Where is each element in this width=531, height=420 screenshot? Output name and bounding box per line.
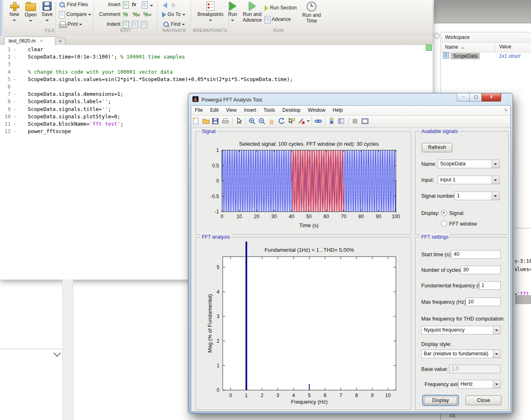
colorbar-icon[interactable]	[351, 117, 360, 125]
fundamental-field[interactable]: 1	[479, 281, 501, 290]
workspace-col-name[interactable]: Name	[441, 44, 458, 50]
goto-button[interactable]: Go To	[162, 11, 185, 18]
save-icon[interactable]	[211, 117, 220, 125]
editor-tab-bar: test_0620.m × +	[0, 36, 433, 45]
uncomment-button[interactable]: %x	[133, 11, 140, 18]
print-icon[interactable]	[221, 117, 230, 125]
new-button[interactable]: New	[5, 2, 23, 23]
print-button[interactable]: Print	[59, 20, 82, 28]
menu-insert[interactable]: Insert	[240, 106, 260, 115]
chevron-down-icon[interactable]	[492, 160, 499, 168]
forward-button[interactable]	[172, 1, 176, 9]
chevron-down-icon[interactable]	[307, 120, 310, 122]
indent-right-button[interactable]	[132, 20, 138, 28]
link-plots-icon[interactable]	[314, 117, 323, 125]
chevron-down-icon[interactable]	[493, 380, 500, 388]
start-time-field[interactable]: 40	[451, 250, 501, 259]
find-button[interactable]: Find	[163, 20, 185, 28]
max-frequency-field[interactable]: 10	[465, 298, 501, 306]
breakpoints-button[interactable]: Breakpoints	[194, 2, 227, 23]
restore-button[interactable]: ▢	[469, 93, 482, 102]
insert-section-button[interactable]	[123, 1, 129, 8]
open-folder-icon[interactable]	[201, 117, 210, 125]
wrap-comment-button[interactable]: %↵	[143, 11, 152, 18]
name-combo[interactable]: ScopeData	[438, 160, 499, 168]
panel-splitter[interactable]	[62, 280, 73, 420]
menu-file[interactable]: File	[191, 106, 206, 115]
brush-icon[interactable]	[297, 117, 306, 125]
menu-desktop[interactable]: Desktop	[279, 106, 304, 115]
save-button[interactable]: Save	[38, 2, 56, 23]
find-files-button[interactable]: Find Files	[59, 1, 88, 8]
colormap-icon[interactable]	[328, 117, 337, 125]
legend-icon[interactable]	[361, 117, 370, 125]
close-button[interactable]: x	[481, 93, 501, 102]
pan-hand-icon[interactable]	[268, 117, 277, 125]
run-and-time-button[interactable]: Run and Time	[301, 2, 322, 24]
open-button[interactable]: Open	[22, 2, 40, 23]
code-line[interactable]: 4% change this code with your 100001 vec…	[0, 68, 433, 76]
workspace-row[interactable]: ScopeData1x1 struct	[441, 52, 531, 60]
fft-window-radio[interactable]	[441, 221, 447, 227]
code-line[interactable]: 5-ScopeData.signals.values=sin(2*pi*1.*S…	[0, 76, 433, 83]
thd-frequency-combo[interactable]: Nyquist frequency	[421, 326, 501, 334]
variable-value: 1x1 struct	[499, 52, 520, 60]
plot-browser-icon[interactable]	[337, 117, 346, 125]
signal-radio[interactable]	[441, 210, 447, 216]
frequency-axis-combo[interactable]: Hertz	[458, 380, 501, 388]
back-button[interactable]	[163, 1, 167, 9]
code-line[interactable]: 3	[0, 61, 433, 68]
new-file-icon[interactable]	[192, 117, 201, 125]
column-divider[interactable]	[495, 42, 495, 52]
tab-test-0620[interactable]: test_0620.m ×	[4, 36, 59, 45]
insert-menu[interactable]	[150, 2, 153, 9]
data-cursor-icon[interactable]	[287, 117, 296, 125]
minimize-button[interactable]: ─	[457, 93, 470, 102]
zoom-out-icon[interactable]	[258, 117, 267, 125]
workspace-dock-icon[interactable]	[434, 33, 440, 39]
insert-function-button[interactable]: fx	[132, 1, 136, 8]
display-button[interactable]: Display	[423, 395, 458, 405]
advance-button[interactable]: Advance	[264, 16, 291, 23]
indent-left-button[interactable]	[141, 20, 147, 28]
display-style-combo[interactable]: Bar (relative to fundamental)	[421, 350, 501, 358]
chevron-down-icon[interactable]	[492, 176, 499, 184]
find-files-icon	[59, 2, 66, 8]
chevron-down-icon[interactable]	[493, 326, 500, 334]
run-and-time-icon	[307, 2, 316, 11]
chevron-down-icon[interactable]	[492, 192, 499, 200]
compare-button[interactable]: Compare	[59, 11, 91, 18]
menubar-overflow-icon[interactable]: ↘	[504, 107, 507, 112]
comment-button[interactable]: %	[123, 11, 128, 18]
cursor-arrow-icon[interactable]	[235, 117, 244, 125]
code-segment: % change this code with your 100001 vect…	[28, 69, 173, 75]
new-tab-button[interactable]: +	[55, 38, 66, 45]
signal-number-combo[interactable]: 1	[454, 192, 499, 200]
input-combo[interactable]: input 1	[438, 176, 499, 184]
code-analyzer-indicator[interactable]	[426, 45, 432, 51]
zoom-in-icon[interactable]	[248, 117, 257, 125]
workspace-col-value[interactable]: Value	[499, 42, 511, 52]
code-fragment: e-3:10	[515, 258, 531, 264]
run-button[interactable]: Run	[224, 2, 242, 23]
code-line[interactable]: 1-clear	[0, 46, 433, 53]
tab-close-icon[interactable]: ×	[40, 38, 43, 44]
menu-help[interactable]: Help	[329, 106, 347, 115]
run-section-button[interactable]: Run Section	[264, 4, 297, 11]
cycles-field[interactable]: 30	[461, 266, 501, 274]
collapse-chevron-icon[interactable]	[54, 350, 60, 356]
chevron-down-icon[interactable]	[493, 350, 500, 358]
run-and-advance-button[interactable]: Run and Advance	[241, 2, 264, 23]
menu-view[interactable]: View	[222, 106, 240, 115]
code-line[interactable]: 6	[0, 83, 433, 90]
close-dialog-button[interactable]: Close	[465, 395, 502, 405]
refresh-button[interactable]: Refresh	[422, 143, 452, 152]
line-exec-dash: -	[13, 113, 16, 120]
menu-tools[interactable]: Tools	[260, 106, 279, 115]
insert-fi-button[interactable]	[142, 1, 148, 8]
smart-indent-button[interactable]	[123, 20, 129, 28]
rotate-3d-icon[interactable]	[278, 117, 287, 125]
menu-window[interactable]: Window	[304, 106, 329, 115]
menu-edit[interactable]: Edit	[206, 106, 222, 115]
code-line[interactable]: 2-ScopeData.time=(0:1e-3:100)'; % 100001…	[0, 53, 433, 61]
